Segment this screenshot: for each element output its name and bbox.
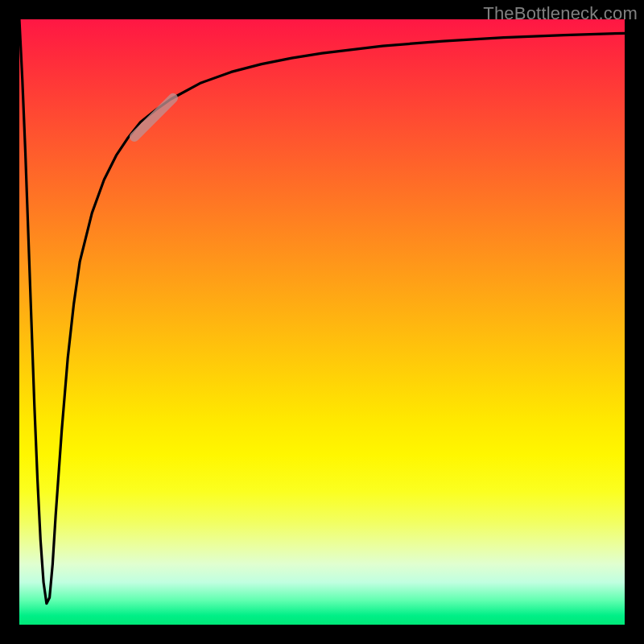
curve-line <box>19 19 625 604</box>
curve-svg <box>19 19 625 625</box>
watermark-text: TheBottleneck.com <box>483 3 638 24</box>
plot-area <box>19 19 625 625</box>
chart-frame: TheBottleneck.com <box>0 0 644 644</box>
